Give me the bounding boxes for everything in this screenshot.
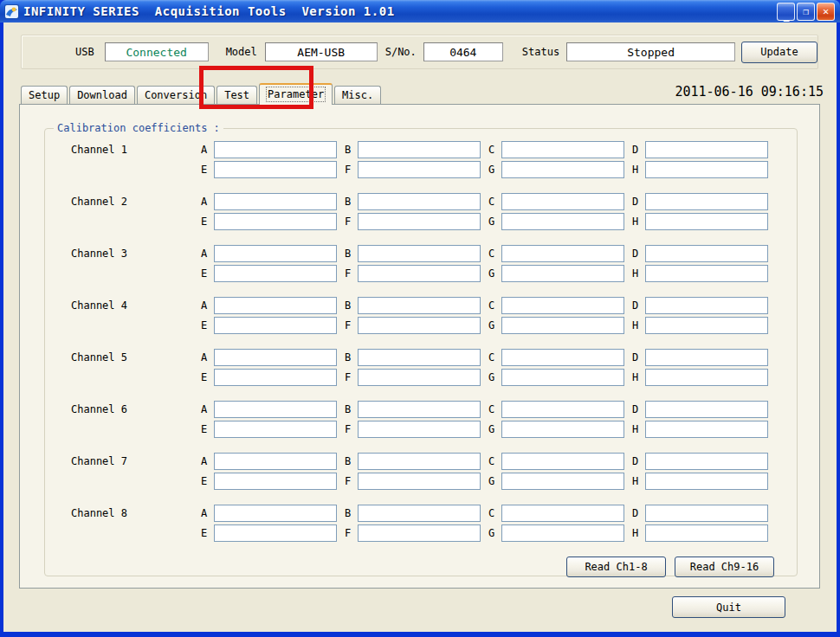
coef-input-ch6-B[interactable] [358, 401, 481, 418]
coef-input-ch7-D[interactable] [645, 453, 768, 470]
coef-input-ch5-F[interactable] [358, 369, 481, 386]
coef-input-ch8-E[interactable] [214, 524, 337, 542]
coef-input-ch1-D[interactable] [645, 141, 768, 158]
title-bar[interactable]: INFINITY SERIES Acquisition Tools Versio… [0, 0, 840, 23]
coef-input-ch8-B[interactable] [358, 505, 481, 522]
tab-conversion[interactable]: Conversion [137, 86, 215, 104]
coef-input-ch3-A[interactable] [214, 245, 337, 262]
channel-label: Channel 7 [45, 455, 199, 467]
coefficient-label-A: A [199, 144, 209, 156]
coef-input-ch3-D[interactable] [645, 245, 768, 262]
coef-input-ch6-H[interactable] [645, 421, 768, 438]
coef-input-ch4-D[interactable] [645, 297, 768, 314]
coef-input-ch8-A[interactable] [214, 505, 337, 522]
coef-input-ch1-H[interactable] [645, 161, 768, 178]
coef-input-ch6-E[interactable] [214, 421, 337, 438]
coef-input-ch2-G[interactable] [501, 213, 624, 230]
minimize-button[interactable]: _ [777, 3, 795, 21]
coef-input-ch4-B[interactable] [358, 297, 481, 314]
coef-input-ch5-E[interactable] [214, 369, 337, 386]
tab-strip: SetupDownloadConversionTestParameterMisc… [21, 83, 381, 104]
coef-input-ch4-C[interactable] [501, 297, 624, 314]
coef-input-ch1-E[interactable] [214, 161, 337, 178]
coefficient-label-B: B [343, 507, 352, 519]
coef-input-ch6-D[interactable] [645, 401, 768, 418]
tab-parameter[interactable]: Parameter [259, 83, 333, 105]
coefficient-label-E: E [199, 527, 209, 539]
coefficient-label-B: B [343, 351, 352, 364]
coef-input-ch4-F[interactable] [358, 317, 481, 334]
coef-input-ch3-H[interactable] [645, 265, 768, 282]
coef-input-ch5-A[interactable] [214, 349, 337, 366]
window-body: USB Connected Model AEM-USB S/No. 0464 S… [3, 23, 837, 632]
model-label: Model [226, 46, 257, 58]
coef-input-ch3-C[interactable] [501, 245, 624, 262]
tab-test[interactable]: Test [216, 86, 257, 104]
coef-input-ch7-F[interactable] [358, 473, 481, 490]
serial-number-field: 0464 [423, 42, 503, 61]
coef-input-ch7-G[interactable] [501, 473, 624, 490]
coef-input-ch6-G[interactable] [501, 421, 624, 438]
coef-input-ch3-E[interactable] [214, 265, 337, 282]
coef-input-ch8-G[interactable] [501, 524, 624, 542]
tab-row: SetupDownloadConversionTestParameterMisc… [21, 80, 824, 104]
coef-input-ch1-B[interactable] [358, 141, 481, 158]
coef-input-ch5-B[interactable] [358, 349, 481, 366]
close-button[interactable]: ✕ [817, 3, 835, 21]
tab-misc[interactable]: Misc. [334, 86, 381, 104]
app-icon [4, 4, 19, 19]
window-controls: _ ❐ ✕ [777, 3, 835, 21]
coef-input-ch8-C[interactable] [501, 505, 624, 522]
coef-input-ch1-A[interactable] [214, 141, 337, 158]
coef-input-ch7-H[interactable] [645, 473, 768, 490]
coef-input-ch5-G[interactable] [501, 369, 624, 386]
coef-input-ch5-D[interactable] [645, 349, 768, 366]
coef-input-ch3-F[interactable] [358, 265, 481, 282]
coefficient-label-H: H [630, 423, 640, 435]
coef-input-ch2-C[interactable] [501, 193, 624, 210]
coefficient-label-B: B [343, 144, 352, 156]
coef-input-ch2-F[interactable] [358, 213, 481, 230]
coefficient-label-H: H [630, 164, 640, 176]
coef-input-ch3-B[interactable] [358, 245, 481, 262]
maximize-button[interactable]: ❐ [797, 3, 815, 21]
coef-input-ch2-D[interactable] [645, 193, 768, 210]
quit-button[interactable]: Quit [672, 596, 785, 618]
tab-label: Setup [29, 89, 60, 101]
serial-number-label: S/No. [385, 46, 417, 58]
channel-block: Channel 7ABCDEFGH [45, 453, 797, 490]
coef-input-ch7-C[interactable] [501, 453, 624, 470]
coef-input-ch8-D[interactable] [645, 505, 768, 522]
coef-input-ch2-B[interactable] [358, 193, 481, 210]
coefficient-label-B: B [343, 299, 352, 312]
close-icon: ✕ [823, 6, 829, 16]
coefficient-row: Channel 2ABCD [45, 193, 797, 210]
usb-status-value: Connected [126, 46, 186, 59]
coef-input-ch6-C[interactable] [501, 401, 624, 418]
coef-input-ch8-F[interactable] [358, 524, 481, 542]
coef-input-ch5-C[interactable] [501, 349, 624, 366]
coef-input-ch1-G[interactable] [501, 161, 624, 178]
coef-input-ch8-H[interactable] [645, 524, 768, 542]
coef-input-ch7-A[interactable] [214, 453, 337, 470]
coef-input-ch4-E[interactable] [214, 317, 337, 334]
coef-input-ch4-G[interactable] [501, 317, 624, 334]
read-ch9-16-button[interactable]: Read Ch9-16 [675, 557, 774, 577]
coef-input-ch1-F[interactable] [358, 161, 481, 178]
coef-input-ch2-H[interactable] [645, 213, 768, 230]
tab-download[interactable]: Download [69, 86, 135, 104]
coef-input-ch4-H[interactable] [645, 317, 768, 334]
coef-input-ch5-H[interactable] [645, 369, 768, 386]
coef-input-ch6-F[interactable] [358, 421, 481, 438]
coef-input-ch2-A[interactable] [214, 193, 337, 210]
coef-input-ch6-A[interactable] [214, 401, 337, 418]
tab-setup[interactable]: Setup [21, 86, 68, 104]
coef-input-ch4-A[interactable] [214, 297, 337, 314]
coef-input-ch7-E[interactable] [214, 473, 337, 490]
coef-input-ch3-G[interactable] [501, 265, 624, 282]
read-ch1-8-button[interactable]: Read Ch1-8 [566, 557, 666, 577]
coef-input-ch7-B[interactable] [358, 453, 481, 470]
coef-input-ch1-C[interactable] [501, 141, 624, 158]
coef-input-ch2-E[interactable] [214, 213, 337, 230]
update-button[interactable]: Update [741, 42, 817, 63]
